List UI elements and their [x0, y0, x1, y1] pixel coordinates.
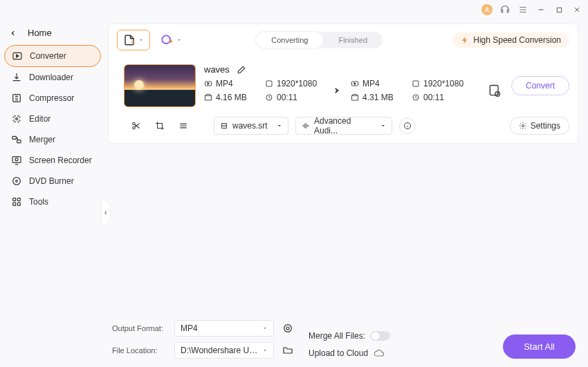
compressor-icon: [11, 93, 22, 104]
svg-rect-6: [17, 140, 21, 143]
subtitle-value: waves.srt: [232, 121, 268, 131]
output-settings-icon[interactable]: [486, 82, 503, 99]
upload-row[interactable]: Upload to Cloud: [309, 348, 390, 359]
start-all-button[interactable]: Start All: [503, 335, 576, 359]
user-avatar-icon[interactable]: [481, 4, 493, 15]
source-meta: MP4 4.16 MB: [204, 79, 259, 102]
svg-rect-7: [12, 157, 21, 163]
format-settings-icon[interactable]: [281, 321, 295, 335]
svg-point-9: [13, 178, 21, 185]
tools-icon: [11, 196, 22, 207]
sidebar-item-label: DVD Burner: [29, 176, 74, 186]
converter-icon: [12, 50, 23, 62]
arrow-icon: [326, 81, 345, 100]
output-format-dropdown[interactable]: MP4: [174, 320, 274, 337]
file-info: waves MP4 4.16 MB 1920*1080 00:11: [204, 64, 503, 107]
sidebar-item-dvd-burner[interactable]: DVD Burner: [4, 171, 101, 191]
file-location-value: D:\Wondershare UniConverter 1: [181, 346, 258, 355]
convert-button[interactable]: Convert: [511, 76, 569, 95]
trim-icon[interactable]: [128, 117, 145, 134]
svg-point-8: [15, 158, 18, 161]
file-item: waves MP4 4.16 MB 1920*1080 00:11: [109, 56, 578, 114]
minimize-icon[interactable]: [535, 4, 546, 15]
svg-point-4: [16, 118, 18, 120]
info-icon[interactable]: [399, 117, 416, 134]
crop-icon[interactable]: [151, 117, 168, 134]
svg-point-15: [162, 35, 170, 44]
sidebar-item-compressor[interactable]: Compressor: [4, 88, 101, 109]
file-location-dropdown[interactable]: D:\Wondershare UniConverter 1: [174, 342, 274, 359]
sidebar-item-label: Converter: [30, 51, 66, 61]
dvd-icon: [11, 176, 22, 187]
tab-converting[interactable]: Converting: [256, 32, 323, 48]
back-icon[interactable]: [8, 28, 18, 38]
svg-rect-17: [266, 81, 272, 86]
svg-point-29: [284, 325, 292, 332]
file-name: waves: [204, 64, 230, 75]
home-label[interactable]: Home: [28, 28, 52, 38]
sidebar-item-screen-recorder[interactable]: Screen Recorder: [4, 150, 101, 171]
main: Home Converter Downloader Compressor Edi…: [0, 19, 588, 367]
subtitle-dropdown[interactable]: waves.srt: [214, 117, 288, 135]
svg-rect-12: [17, 198, 20, 201]
cloud-icon: [374, 348, 385, 359]
hsc-label: High Speed Conversion: [473, 35, 561, 45]
toolbar: Converting Finished High Speed Conversio…: [109, 24, 578, 56]
tab-pill: Converting Finished: [256, 32, 383, 48]
menu-icon[interactable]: [517, 4, 529, 15]
tabs: Converting Finished: [192, 32, 447, 48]
file-tools: waves.srt Advanced Audi... Settings: [109, 114, 578, 143]
svg-point-27: [522, 125, 524, 127]
support-icon[interactable]: [499, 4, 511, 15]
audio-dropdown[interactable]: Advanced Audi...: [295, 117, 392, 135]
merge-row: Merge All Files:: [309, 331, 390, 341]
dst-dur: 00:11: [423, 93, 444, 102]
output-format-label: Output Format:: [112, 324, 167, 332]
target-meta: MP4 4.31 MB: [351, 79, 406, 102]
close-icon[interactable]: [571, 4, 582, 15]
src-format: MP4: [216, 79, 233, 88]
download-icon: [11, 72, 22, 83]
maximize-icon[interactable]: [553, 4, 564, 15]
audio-value: Advanced Audi...: [314, 116, 376, 135]
high-speed-conversion-button[interactable]: High Speed Conversion: [452, 32, 569, 48]
upload-label: Upload to Cloud: [309, 348, 368, 358]
titlebar: [0, 0, 588, 19]
editor-icon: [11, 113, 22, 124]
sidebar-item-merger[interactable]: Merger: [4, 129, 101, 150]
sidebar-item-converter[interactable]: Converter: [4, 45, 101, 67]
add-url-button[interactable]: [156, 30, 186, 50]
svg-rect-11: [13, 198, 16, 201]
sidebar-item-label: Tools: [29, 197, 48, 207]
sidebar-item-downloader[interactable]: Downloader: [4, 67, 101, 88]
sidebar: Home Converter Downloader Compressor Edi…: [0, 19, 107, 367]
open-folder-icon[interactable]: [281, 344, 295, 357]
svg-rect-1: [557, 8, 561, 12]
sidebar-item-editor[interactable]: Editor: [4, 109, 101, 129]
svg-rect-5: [12, 136, 16, 139]
home-row: Home: [4, 25, 101, 45]
svg-rect-14: [17, 203, 20, 205]
add-file-button[interactable]: [117, 30, 150, 50]
output-format-value: MP4: [181, 323, 198, 333]
sidebar-item-label: Merger: [29, 135, 55, 144]
dst-size: 4.31 MB: [362, 93, 394, 102]
merge-toggle[interactable]: [371, 331, 390, 341]
svg-rect-13: [13, 203, 16, 205]
tab-finished[interactable]: Finished: [323, 32, 383, 48]
sidebar-item-label: Compressor: [29, 93, 74, 103]
merger-icon: [11, 134, 22, 145]
sidebar-item-label: Downloader: [29, 73, 73, 82]
src-dur: 00:11: [277, 93, 297, 102]
file-settings-button[interactable]: Settings: [510, 117, 569, 135]
rename-icon[interactable]: [237, 65, 246, 75]
src-size: 4.16 MB: [216, 93, 247, 102]
svg-rect-22: [490, 86, 498, 95]
effect-icon[interactable]: [175, 117, 192, 134]
merge-label: Merge All Files:: [309, 331, 365, 341]
video-thumbnail[interactable]: [124, 64, 196, 107]
file-location-label: File Location:: [112, 346, 167, 355]
sidebar-item-tools[interactable]: Tools: [4, 191, 101, 212]
dst-res: 1920*1080: [423, 79, 463, 88]
sidebar-item-label: Screen Recorder: [29, 156, 92, 165]
